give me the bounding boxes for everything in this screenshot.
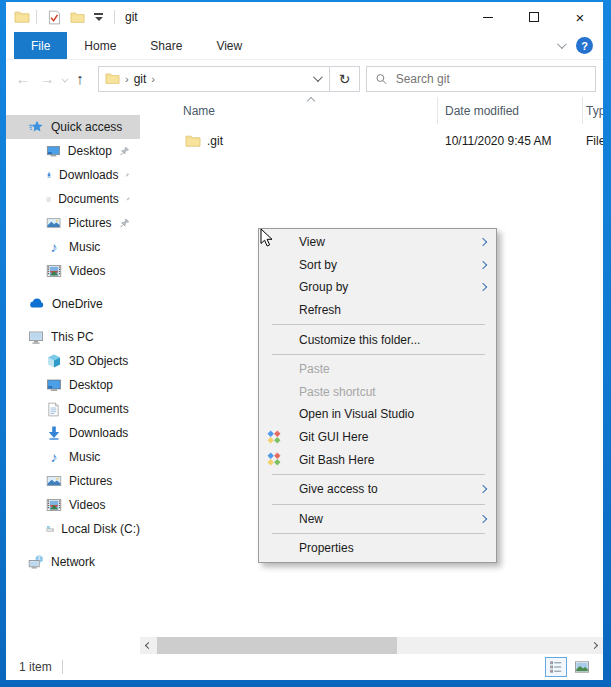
menu-item-properties[interactable]: Properties [259, 537, 496, 560]
breadcrumb: › git › [99, 71, 303, 86]
music-note-icon: ♪ [46, 450, 62, 464]
tab-share[interactable]: Share [133, 32, 199, 59]
music-note-icon: ♪ [46, 240, 62, 254]
sidebar-item-videos-pc[interactable]: Videos [6, 493, 140, 517]
help-button[interactable]: ? [576, 37, 593, 54]
file-name-cell: .git [140, 133, 438, 149]
sidebar-item-pictures[interactable]: Pictures [6, 211, 140, 235]
minimize-button[interactable] [465, 2, 511, 32]
menu-item-paste: Paste [259, 358, 496, 381]
details-view-button[interactable] [545, 657, 567, 677]
menu-item-new[interactable]: New [259, 508, 496, 531]
scroll-left-button[interactable] [140, 637, 157, 654]
refresh-button[interactable]: ↻ [330, 66, 360, 92]
address-bar[interactable]: › git › [98, 66, 330, 92]
submenu-chevron-icon [479, 283, 487, 291]
search-icon [375, 72, 388, 86]
menu-separator [272, 324, 485, 325]
sidebar-item-quick-access[interactable]: Quick access [6, 115, 140, 139]
menu-item-view[interactable]: View [259, 231, 496, 254]
sidebar-item-downloads-pc[interactable]: Downloads [6, 421, 140, 445]
new-folder-qat-button[interactable] [70, 10, 85, 25]
menu-separator [272, 504, 485, 505]
thumbnails-view-button[interactable] [571, 657, 593, 677]
breadcrumb-folder-icon [105, 71, 120, 86]
close-icon: × [576, 10, 585, 25]
sidebar-item-downloads[interactable]: Downloads [6, 163, 140, 187]
column-header-date-modified[interactable]: Date modified [438, 97, 583, 124]
column-header-type[interactable]: Type [583, 97, 603, 124]
scroll-right-button[interactable] [586, 637, 603, 654]
git-logo-icon [266, 451, 282, 467]
sidebar-item-desktop[interactable]: Desktop [6, 139, 140, 163]
tab-view[interactable]: View [199, 32, 259, 59]
address-dropdown-button[interactable] [303, 67, 329, 91]
documents-icon [46, 192, 51, 207]
sidebar-item-3d-objects[interactable]: 3D Objects [6, 349, 140, 373]
menu-separator [272, 354, 485, 355]
submenu-chevron-icon [479, 515, 487, 523]
menu-item-group-by[interactable]: Group by [259, 276, 496, 299]
column-header-name[interactable]: Name [140, 97, 438, 124]
menu-item-refresh[interactable]: Refresh [259, 299, 496, 322]
horizontal-scrollbar[interactable] [140, 637, 603, 654]
pictures-icon [46, 215, 61, 231]
minimize-icon [483, 17, 493, 18]
close-button[interactable]: × [557, 2, 603, 32]
sidebar-item-local-disk-c[interactable]: Local Disk (C:) [6, 517, 140, 541]
pin-icon [126, 193, 130, 205]
qat-separator [36, 10, 37, 24]
sidebar-item-music-pc[interactable]: ♪ Music [6, 445, 140, 469]
3d-objects-cube-icon [46, 353, 62, 369]
sidebar-item-videos[interactable]: Videos [6, 259, 140, 283]
breadcrumb-chevron-icon: › [125, 73, 129, 85]
folder-icon [185, 133, 201, 149]
item-count: 1 item [6, 660, 52, 674]
tab-file[interactable]: File [14, 32, 67, 59]
maximize-button[interactable] [511, 2, 557, 32]
search-input[interactable] [396, 72, 595, 86]
status-bar: 1 item [6, 654, 603, 680]
explorer-folder-icon [14, 9, 30, 25]
pictures-icon [46, 473, 62, 489]
title-bar: git × [6, 2, 603, 32]
customize-quick-access-button[interactable] [94, 13, 103, 21]
expand-ribbon-chevron-icon[interactable] [557, 39, 567, 49]
maximize-icon [529, 12, 539, 22]
sidebar-item-desktop-pc[interactable]: Desktop [6, 373, 140, 397]
window-title: git [125, 10, 138, 24]
sidebar-item-music[interactable]: ♪ Music [6, 235, 140, 259]
menu-item-sort-by[interactable]: Sort by [259, 254, 496, 277]
properties-qat-button[interactable] [47, 10, 62, 25]
sidebar-item-onedrive[interactable]: OneDrive [6, 292, 140, 316]
context-menu: View Sort by Group by Refresh Customize … [258, 228, 497, 563]
forward-button[interactable]: → [35, 70, 59, 87]
desktop-icon [46, 377, 62, 393]
sidebar-item-pictures-pc[interactable]: Pictures [6, 469, 140, 493]
sidebar-item-documents-pc[interactable]: Documents [6, 397, 140, 421]
breadcrumb-chevron-icon: › [151, 73, 155, 85]
menu-item-git-gui-here[interactable]: Git GUI Here [259, 426, 496, 449]
sidebar-item-network[interactable]: Network [6, 550, 140, 574]
quick-access-star-icon [28, 119, 44, 135]
back-button[interactable]: ← [11, 70, 35, 87]
breadcrumb-item-git[interactable]: git [134, 72, 147, 86]
menu-item-customize-this-folder[interactable]: Customize this folder... [259, 328, 496, 351]
menu-item-open-in-visual-studio[interactable]: Open in Visual Studio [259, 403, 496, 426]
recent-locations-chevron-icon[interactable] [61, 72, 66, 86]
up-button[interactable]: ↑ [68, 70, 92, 87]
new-folder-icon [70, 10, 85, 25]
tab-home[interactable]: Home [67, 32, 133, 59]
downloads-icon [46, 167, 52, 183]
sidebar-item-this-pc[interactable]: This PC [6, 325, 140, 349]
ribbon-tab-bar: File Home Share View ? [6, 32, 603, 60]
menu-item-give-access-to[interactable]: Give access to [259, 478, 496, 501]
status-separator [62, 660, 63, 674]
search-box[interactable] [366, 66, 596, 92]
sidebar-item-documents[interactable]: Documents [6, 187, 140, 211]
window-controls: × [465, 2, 603, 32]
menu-item-git-bash-here[interactable]: Git Bash Here [259, 448, 496, 471]
scrollbar-thumb[interactable] [157, 637, 397, 654]
file-row-git[interactable]: .git 10/11/2020 9:45 AM File folder [140, 129, 603, 153]
view-toggles [545, 657, 593, 677]
